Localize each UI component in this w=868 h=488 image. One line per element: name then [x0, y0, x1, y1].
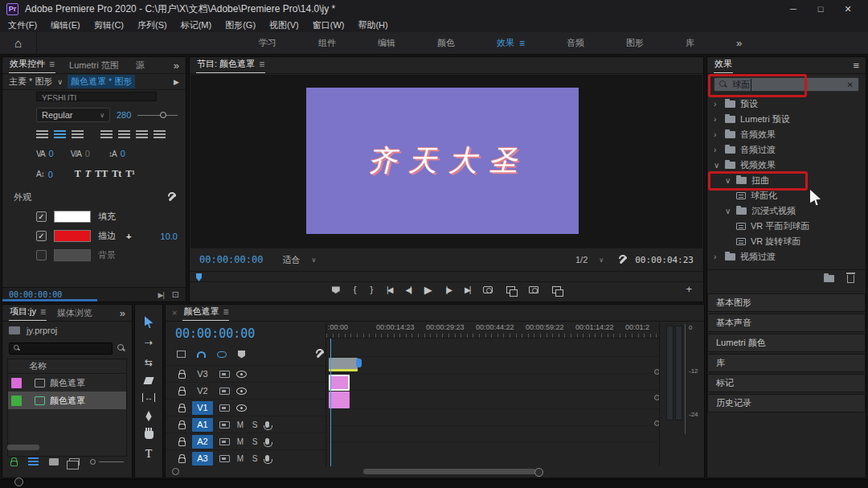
tree-item-vr-plane-to-sphere[interactable]: VR 平面到球面	[707, 219, 866, 234]
expander-icon[interactable]: ∨	[725, 207, 731, 215]
menu-window[interactable]: 窗口(W)	[313, 19, 345, 31]
font-family-field[interactable]: YESHUTI	[36, 92, 157, 101]
lock-icon[interactable]	[178, 373, 186, 379]
justify-last-right-icon[interactable]	[136, 130, 148, 139]
source-patch-icon[interactable]	[219, 455, 230, 462]
export-icon[interactable]: ⊡	[172, 289, 179, 300]
name-column-header[interactable]: 名称	[8, 359, 126, 374]
effects-search-input[interactable]: 球面 ✕	[714, 77, 859, 92]
tracking-value[interactable]: 0	[85, 149, 90, 158]
tab-program-monitor[interactable]: 节目: 颜色遮罩 ≡	[196, 57, 265, 74]
zoom-slider[interactable]	[99, 461, 124, 462]
menu-marker[interactable]: 标记(M)	[181, 19, 212, 31]
leading-value[interactable]: 0	[121, 149, 125, 158]
menu-view[interactable]: 视图(V)	[269, 19, 299, 31]
panel-overflow-icon[interactable]: »	[174, 59, 179, 72]
menu-graphics[interactable]: 图形(G)	[225, 19, 256, 31]
track-header-a3[interactable]: A3 M S	[166, 449, 326, 466]
tree-item-immersive-video[interactable]: ∨ 沉浸式视频	[707, 203, 866, 219]
tab-lumetri-scopes[interactable]: Lumetri 范围	[69, 59, 119, 72]
track-badge[interactable]: V3	[192, 367, 213, 381]
solo-button[interactable]: S	[251, 454, 259, 463]
solo-button[interactable]: S	[251, 420, 259, 429]
icon-view-icon[interactable]	[49, 458, 59, 465]
workspace-tab-libraries[interactable]: 库	[665, 32, 715, 55]
expander-icon[interactable]: ›	[714, 252, 720, 261]
baseline-shift-value[interactable]: 0	[48, 170, 53, 179]
add-marker-icon[interactable]	[238, 351, 245, 359]
horizontal-scrollbar[interactable]	[7, 445, 39, 450]
faux-bold-button[interactable]: T	[75, 168, 81, 180]
track-visibility-eye-icon[interactable]	[236, 388, 247, 395]
video-canvas[interactable]: 齐天大圣	[306, 88, 579, 234]
snap-magnet-icon[interactable]	[197, 351, 206, 358]
go-to-in-button[interactable]: |◀	[387, 285, 391, 294]
workspace-tab-color[interactable]: 颜色	[416, 32, 476, 55]
panel-markers[interactable]: 标记	[707, 374, 866, 392]
playhead[interactable]	[330, 338, 331, 466]
expander-icon[interactable]: ›	[714, 146, 720, 154]
search-bin-icon[interactable]	[117, 344, 125, 352]
workspace-tab-menu-icon[interactable]: ≡	[519, 38, 525, 49]
fill-checkbox[interactable]: ✓	[36, 211, 47, 222]
align-center-icon[interactable]	[54, 130, 66, 139]
align-left-icon[interactable]	[36, 130, 48, 139]
track-badge[interactable]: V1	[192, 401, 213, 415]
mark-out-button[interactable]: }	[370, 285, 373, 294]
panel-menu-icon[interactable]: ≡	[259, 59, 264, 70]
panel-menu-icon[interactable]: ≡	[223, 306, 228, 318]
add-marker-button[interactable]	[332, 285, 340, 293]
delete-icon[interactable]	[847, 275, 854, 283]
play-button[interactable]: ▶	[424, 284, 432, 296]
panel-menu-icon[interactable]: ≡	[853, 59, 859, 72]
kerning-value[interactable]: 0	[49, 149, 54, 158]
workspace-tab-learn[interactable]: 学习	[238, 32, 297, 55]
chevron-down-icon[interactable]: ∨	[57, 78, 63, 86]
type-tool[interactable]: T	[145, 448, 153, 461]
tree-item-presets[interactable]: › 预设	[707, 96, 866, 112]
lock-icon[interactable]	[178, 407, 186, 412]
panel-history[interactable]: 历史记录	[707, 394, 866, 412]
expander-icon[interactable]: ∨	[714, 161, 720, 170]
slip-tool[interactable]: ↔	[142, 393, 155, 402]
pen-tool[interactable]	[145, 411, 152, 421]
all-caps-button[interactable]: TT	[95, 168, 108, 180]
source-patch-icon[interactable]	[219, 388, 230, 395]
justify-last-center-icon[interactable]	[118, 130, 130, 139]
tree-item-video-transitions[interactable]: › 视频过渡	[707, 249, 866, 265]
source-patch-icon[interactable]	[219, 371, 230, 378]
stroke-swatch[interactable]	[54, 230, 91, 242]
background-swatch[interactable]	[54, 249, 91, 261]
step-back-button[interactable]: ◀|	[405, 285, 410, 294]
panel-overflow-icon[interactable]: »	[120, 307, 125, 319]
comparison-view-button[interactable]	[552, 286, 561, 293]
creative-cloud-icon[interactable]	[14, 478, 23, 486]
workspace-tab-graphics[interactable]: 图形	[605, 32, 665, 55]
expand-arrow-icon[interactable]: ▶	[174, 78, 179, 86]
tree-item-vr-rotate-sphere[interactable]: VR 旋转球面	[707, 234, 866, 249]
minimize-button[interactable]: ─	[780, 4, 807, 14]
tree-item-distort[interactable]: ∨ 扭曲	[707, 173, 866, 188]
timeline-timecode[interactable]: 00:00:00:00	[166, 321, 326, 341]
list-view-icon[interactable]	[28, 457, 39, 466]
menu-edit[interactable]: 编辑(E)	[51, 19, 80, 31]
mute-button[interactable]: M	[236, 420, 244, 429]
track-header-v1[interactable]: V1	[166, 399, 326, 416]
razor-tool[interactable]	[143, 377, 154, 384]
program-monitor-viewport[interactable]: 齐天大圣	[190, 75, 702, 248]
voiceover-mic-icon[interactable]	[265, 421, 269, 428]
tree-item-audio-transitions[interactable]: › 音频过渡	[707, 142, 866, 158]
track-header-v3[interactable]: V3	[166, 365, 326, 382]
stroke-checkbox[interactable]: ✓	[36, 231, 47, 241]
stroke-width-value[interactable]: 10.0	[161, 232, 178, 241]
clip-color-matte-v1[interactable]	[329, 392, 350, 408]
panel-libraries[interactable]: 库	[707, 354, 866, 372]
align-right-icon[interactable]	[72, 130, 84, 139]
tab-effects[interactable]: 效果	[714, 57, 733, 74]
settings-wrench-icon[interactable]	[618, 255, 628, 265]
new-custom-bin-icon[interactable]	[824, 275, 834, 282]
linked-selection-icon[interactable]	[217, 351, 227, 358]
lock-icon[interactable]	[178, 457, 186, 463]
workspace-overflow-icon[interactable]: »	[736, 37, 742, 49]
font-style-dropdown[interactable]: Regular ∨	[36, 108, 110, 122]
